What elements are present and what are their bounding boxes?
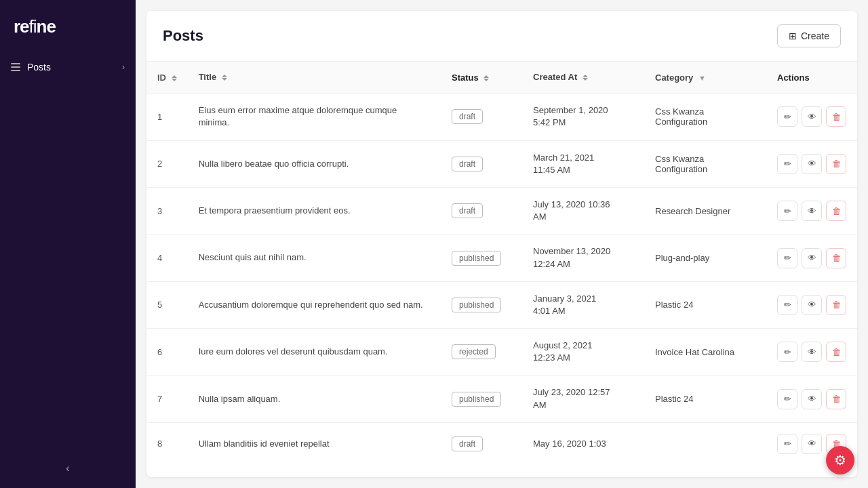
table-row: 3 Et tempora praesentium provident eos. … [146,187,857,234]
menu-icon [11,63,20,71]
cell-category: Invoice Hat Carolina [644,329,766,375]
sort-icon-id [172,75,177,81]
create-button[interactable]: ⊞ Create [777,24,841,47]
edit-button[interactable]: ✏ [777,342,797,362]
delete-button[interactable]: 🗑 [826,389,846,409]
cell-status: draft [441,140,522,187]
cell-actions: ✏ 👁 🗑 [766,94,857,140]
filter-icon-category: ▼ [698,74,706,82]
delete-button[interactable]: 🗑 [826,248,846,268]
cell-title: Accusantium doloremque qui reprehenderit… [188,281,441,328]
create-label: Create [801,30,829,41]
delete-button[interactable]: 🗑 [826,154,846,174]
status-badge: rejected [452,344,496,359]
table-row: 6 Iure eum dolores vel deserunt quibusda… [146,329,857,375]
sort-icon-status [484,75,489,81]
view-button[interactable]: 👁 [802,248,822,268]
sort-icon-title [222,75,227,81]
cell-category: Plug-and-play [644,235,766,281]
cell-status: published [441,281,522,328]
edit-button[interactable]: ✏ [777,248,797,268]
table-row: 8 Ullam blanditiis id eveniet repellat d… [146,422,857,465]
cell-id: 5 [146,281,188,328]
table-row: 1 Eius eum error maxime atque doloremque… [146,94,857,140]
cell-created-at: July 23, 2020 12:57AM [522,375,644,422]
delete-button[interactable]: 🗑 [826,201,846,221]
edit-button[interactable]: ✏ [777,201,797,221]
cell-created-at: July 13, 2020 10:36AM [522,187,644,234]
cell-status: published [441,235,522,281]
col-header-category[interactable]: Category ▼ [644,62,766,94]
edit-button[interactable]: ✏ [777,295,797,315]
settings-fab-button[interactable]: ⚙ [826,446,854,474]
view-button[interactable]: 👁 [802,201,822,221]
view-button[interactable]: 👁 [802,295,822,315]
cell-status: published [441,375,522,422]
status-badge: published [452,298,501,312]
col-header-actions: Actions [766,62,857,94]
cell-title: Iure eum dolores vel deserunt quibusdam … [188,329,441,375]
status-badge: draft [452,203,483,218]
status-badge: draft [452,436,483,451]
view-button[interactable]: 👁 [802,434,822,454]
view-button[interactable]: 👁 [802,342,822,362]
cell-actions: ✏ 👁 🗑 [766,140,857,187]
delete-button[interactable]: 🗑 [826,342,846,362]
chevron-right-icon: › [122,62,125,72]
collapse-icon: ‹ [66,462,69,474]
edit-button[interactable]: ✏ [777,434,797,454]
table-row: 7 Nulla ipsam aliquam. published July 23… [146,375,857,422]
page-title: Posts [163,27,203,45]
posts-table-container: ID Title Status [146,62,857,477]
view-button[interactable]: 👁 [802,389,822,409]
table-header-row: ID Title Status [146,62,857,94]
edit-button[interactable]: ✏ [777,389,797,409]
table-row: 4 Nesciunt quis aut nihil nam. published… [146,235,857,281]
cell-id: 4 [146,235,188,281]
view-button[interactable]: 👁 [802,106,822,127]
cell-created-at: May 16, 2020 1:03 [522,422,644,465]
cell-status: draft [441,94,522,140]
col-header-title[interactable]: Title [188,62,441,94]
sidebar-collapse-button[interactable]: ‹ [0,462,136,474]
page-header: Posts ⊞ Create [146,11,857,62]
create-icon: ⊞ [789,30,797,41]
status-badge: published [452,251,501,266]
cell-title: Nulla libero beatae quo officia corrupti… [188,140,441,187]
cell-created-at: March 21, 202111:45 AM [522,140,644,187]
cell-id: 3 [146,187,188,234]
col-header-status[interactable]: Status [441,62,522,94]
cell-id: 6 [146,329,188,375]
cell-status: draft [441,422,522,465]
cell-category: Research Designer [644,187,766,234]
cell-title: Nesciunt quis aut nihil nam. [188,235,441,281]
delete-button[interactable]: 🗑 [826,295,846,315]
delete-button[interactable]: 🗑 [826,106,846,127]
cell-category: Plastic 24 [644,375,766,422]
cell-id: 2 [146,140,188,187]
main-content: Posts ⊞ Create ID [136,0,868,488]
col-header-created-at[interactable]: Created At [522,62,644,94]
col-header-id[interactable]: ID [146,62,188,94]
cell-title: Eius eum error maxime atque doloremque c… [188,94,441,140]
cell-category: Css Kwanza Configuration [644,140,766,187]
cell-actions: ✏ 👁 🗑 [766,375,857,422]
cell-category: Plastic 24 [644,281,766,328]
cell-created-at: September 1, 20205:42 PM [522,94,644,140]
sidebar-item-posts[interactable]: Posts › [0,54,136,81]
status-badge: draft [452,109,483,124]
cell-id: 7 [146,375,188,422]
view-button[interactable]: 👁 [802,154,822,174]
cell-actions: ✏ 👁 🗑 [766,235,857,281]
edit-button[interactable]: ✏ [777,154,797,174]
cell-title: Et tempora praesentium provident eos. [188,187,441,234]
cell-title: Ullam blanditiis id eveniet repellat [188,422,441,465]
sidebar: refine Posts › ‹ [0,0,136,488]
cell-created-at: November 13, 202012:24 AM [522,235,644,281]
status-badge: published [452,392,501,407]
cell-created-at: January 3, 20214:01 AM [522,281,644,328]
cell-status: rejected [441,329,522,375]
cell-category [644,422,766,465]
edit-button[interactable]: ✏ [777,106,797,127]
cell-status: draft [441,187,522,234]
